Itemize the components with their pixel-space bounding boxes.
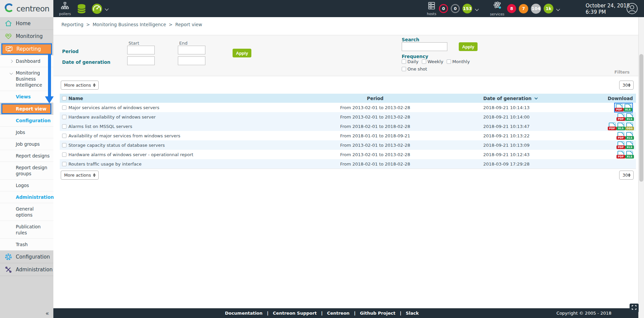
xls-file-icon[interactable]: XLS [626,113,633,121]
footer-link-slack[interactable]: Slack [406,311,419,316]
checkbox-daily[interactable] [402,59,406,64]
service-badge-solid-green[interactable]: 1k [544,4,553,13]
select-all-checkbox[interactable] [62,96,66,100]
services-icon [493,1,502,12]
footer-link-centreon[interactable]: Centreon [327,311,349,316]
footer-link-documentation[interactable]: Documentation [225,311,262,316]
xls-file-icon[interactable]: XLS [617,123,624,130]
breadcrumb-item-report-view[interactable]: Report view [175,22,202,27]
sidebar-item-reporting[interactable]: Reporting [1,43,52,55]
pdf-file-icon[interactable]: PDF [617,113,624,121]
column-header-name[interactable]: Name [68,96,281,101]
sidebar-item-dashboard[interactable]: Dashboard [0,55,53,67]
hosts-label: hosts [427,12,436,16]
top-bar: centreon pollers [0,0,644,17]
vertical-scrollbar[interactable] [638,17,644,318]
filter-panel: Start End Period Date of generation Appl… [53,35,638,76]
sidebar-item-logos[interactable]: Logos [0,180,53,191]
service-badge-solid-orange[interactable]: 7 [519,4,528,13]
xls-file-icon[interactable]: XLS [625,104,631,111]
sidebar-item-monitoring[interactable]: Monitoring [0,30,53,43]
row-checkbox[interactable] [62,105,66,110]
fullscreen-button[interactable] [630,304,639,313]
xls-file-icon[interactable]: XLS [626,132,633,140]
table-row: Storage capacity status of database serv… [60,140,636,150]
footer-link-github-project[interactable]: Github Project [360,311,395,316]
sidebar-item-general-options[interactable]: General options [0,203,53,221]
sidebar-item-trash[interactable]: Trash [0,239,53,251]
ods-file-icon[interactable]: ODS [626,123,633,130]
pollers-icon [61,2,69,11]
sidebar-item-report-view[interactable]: Report view [1,103,51,114]
pdf-file-icon[interactable]: PDF [609,123,615,130]
row-checkbox[interactable] [62,124,66,129]
xls-file-icon[interactable]: XLS [626,141,633,149]
pdf-file-icon[interactable]: PDF [616,104,623,111]
poller-menu-chevron-icon[interactable] [105,0,108,17]
more-actions-select-bottom[interactable]: More actions [61,171,99,180]
sidebar-item-administration[interactable]: Administration [0,191,53,203]
sidebar-item-report-designs[interactable]: Report designs [0,150,53,162]
sidebar-item-label: Report view [16,106,46,111]
row-checkbox[interactable] [62,143,66,147]
logo[interactable]: centreon [0,0,53,17]
checkbox-weekly[interactable] [422,59,426,64]
sidebar-item-label: Job groups [16,141,40,147]
pdf-file-icon[interactable]: PDF [617,132,624,140]
footer-link-centreon-support[interactable]: Centreon Support [273,311,317,316]
row-checkbox[interactable] [62,162,66,166]
service-badge-solid-red[interactable]: 8 [507,4,516,13]
sidebar-item-configuration[interactable]: Configuration [0,115,53,127]
frequency-option-daily[interactable]: Daily [402,59,418,64]
sidebar-item-jobs[interactable]: Jobs [0,127,53,138]
pdf-file-icon[interactable]: PDF [617,151,624,158]
column-header-generation[interactable]: Date of generation [469,96,593,101]
checkbox-monthly[interactable] [447,59,451,64]
more-actions-select-top[interactable]: More actions [61,81,99,90]
search-input[interactable] [402,42,447,51]
page-size-select-top[interactable]: 30 [619,81,634,90]
hosts-group[interactable]: hosts 00153 [427,0,478,17]
service-status-badges: 871041k [504,4,553,14]
sidebar-item-publication-rules[interactable]: Publication rules [0,221,53,239]
frequency-option-one-shot[interactable]: One shot [402,66,427,72]
period-end-input[interactable] [178,46,205,54]
services-group[interactable]: services 871041k [490,0,559,17]
frequency-option-weekly[interactable]: Weekly [422,59,443,64]
period-apply-button[interactable]: Apply [233,49,251,57]
page-size-select-bottom[interactable]: 30 [619,171,634,180]
sidebar-collapse-button[interactable]: « [46,310,49,317]
service-badge-solid-gray[interactable]: 104 [531,4,541,14]
sidebar-item-administration[interactable]: Administration [0,263,53,276]
breadcrumb-item-monitoring-business-intelligence[interactable]: Monitoring Business Intelligence [93,22,166,27]
row-checkbox[interactable] [62,152,66,157]
generation-start-input[interactable] [127,56,155,65]
row-checkbox[interactable] [62,115,66,119]
sidebar-item-configuration[interactable]: Configuration [0,251,53,263]
latency-gauge-icon[interactable] [91,0,103,17]
host-badge-solid-green[interactable]: 153 [462,4,472,13]
sidebar-item-home[interactable]: Home [0,17,53,30]
sidebar-item-report-design-groups[interactable]: Report design groups [0,162,53,180]
scrollbar-thumb[interactable] [639,54,643,182]
host-badge-outline-gray[interactable]: 0 [451,4,460,13]
user-avatar[interactable] [626,3,638,14]
frequency-option-monthly[interactable]: Monthly [447,59,470,64]
breadcrumb-item-reporting[interactable]: Reporting [61,22,84,27]
generation-end-input[interactable] [178,56,205,65]
search-apply-button[interactable]: Apply [459,42,478,51]
hosts-chevron-icon[interactable] [476,5,478,12]
pdf-file-icon[interactable]: PDF [617,141,624,149]
host-badge-outline-red[interactable]: 0 [439,4,448,13]
services-chevron-icon[interactable] [557,5,559,12]
pollers-group[interactable]: pollers [59,0,71,17]
checkbox-one-shot[interactable] [402,67,406,71]
database-status-icon[interactable] [76,0,87,17]
xls-file-icon[interactable]: XLS [626,151,633,158]
sidebar-item-job-groups[interactable]: Job groups [0,138,53,150]
sidebar-item-monitoring-business-intelligence[interactable]: Monitoring Business Intelligence [0,67,53,91]
row-checkbox[interactable] [62,134,66,138]
column-header-period[interactable]: Period [281,96,469,101]
centreon-app: centreon pollers [0,0,644,318]
period-start-input[interactable] [127,46,155,54]
